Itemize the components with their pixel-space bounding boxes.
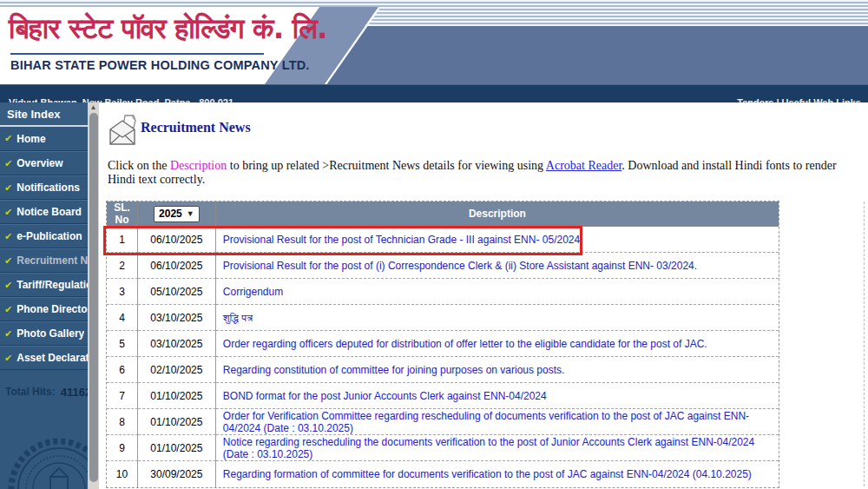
sidebar-menu: ✔Home✔Overview✔Notifications✔Notice Boar… bbox=[0, 127, 88, 370]
cell-sl-no: 6 bbox=[107, 357, 138, 383]
sidebar-item-notice-board[interactable]: ✔Notice Board bbox=[0, 200, 88, 224]
scrollbar-thumb[interactable] bbox=[89, 113, 98, 482]
page: बिहार स्टेट पॉवर होल्डिंग कं. लि. BIHAR … bbox=[0, 0, 868, 489]
checkmark-icon: ✔ bbox=[4, 256, 12, 266]
site-header: बिहार स्टेट पॉवर होल्डिंग कं. लि. BIHAR … bbox=[0, 0, 868, 84]
cell-sl-no: 7 bbox=[107, 383, 138, 409]
sidebar-item-tariff-regulation[interactable]: ✔Tariff/Regulation bbox=[0, 273, 88, 297]
cell-description: Provisional Result for the post of Techn… bbox=[216, 227, 779, 253]
total-hits-label: Total Hits: bbox=[5, 386, 56, 399]
sidebar-item-label: Home bbox=[16, 133, 45, 145]
address-bar-left-text: Vidyut Bhawan, New Bailey Road, Patna - … bbox=[9, 97, 233, 102]
sidebar-item-label: e-Publication bbox=[16, 230, 82, 242]
checkmark-icon: ✔ bbox=[4, 159, 12, 169]
cell-description: BOND format for the post Junior Accounts… bbox=[216, 383, 779, 409]
company-title-hindi: बिहार स्टेट पॉवर होल्डिंग कं. लि. bbox=[9, 11, 326, 46]
checkmark-icon: ✔ bbox=[4, 305, 12, 314]
table-row: 403/10/2025शुद्धि पत्र bbox=[107, 305, 779, 331]
checkmark-icon: ✔ bbox=[4, 183, 12, 193]
year-filter-cell: 2025 ▼ bbox=[138, 202, 216, 227]
cell-description: Provisional Result for the post of (i) C… bbox=[216, 253, 779, 279]
recruitment-news-table: SL. No 2025 ▼ Description 106/10/2025Pro… bbox=[106, 201, 779, 488]
sidebar-item-label: Notice Board bbox=[16, 206, 82, 218]
description-link[interactable]: Regarding formation of committee for doc… bbox=[223, 468, 752, 480]
year-filter-select[interactable]: 2025 ▼ bbox=[154, 206, 200, 222]
sidebar-item-label: Photo Gallery bbox=[16, 327, 84, 340]
instruction-part: to bring up related >Recruitment News de… bbox=[227, 159, 546, 172]
table-row: 1030/09/2025Regarding formation of commi… bbox=[107, 461, 779, 487]
description-link[interactable]: Corrigendum bbox=[223, 286, 283, 298]
sidebar-item-overview[interactable]: ✔Overview bbox=[0, 151, 88, 175]
cell-description: Corrigendum bbox=[216, 279, 779, 305]
checkmark-icon: ✔ bbox=[4, 329, 12, 339]
instruction-description-word: Description bbox=[170, 159, 227, 172]
chevron-down-icon: ▼ bbox=[187, 209, 194, 218]
checkmark-icon: ✔ bbox=[4, 281, 12, 290]
description-link[interactable]: Order regarding officers deputed for dis… bbox=[223, 338, 707, 350]
sidebar-item-label: Tariff/Regulation bbox=[16, 279, 88, 291]
description-link[interactable]: Provisional Result for the post of Techn… bbox=[223, 234, 583, 246]
company-title-english: BIHAR STATE POWER HOLDING COMPANY LTD. bbox=[10, 58, 310, 72]
year-filter-value: 2025 bbox=[159, 208, 182, 220]
cell-date: 01/10/2025 bbox=[138, 409, 216, 435]
column-header-description: Description bbox=[216, 202, 779, 227]
total-hits: Total Hits: 41162512 bbox=[0, 386, 88, 399]
scroll-up-icon[interactable]: ▲ bbox=[88, 102, 99, 113]
cell-description: Order regarding officers deputed for dis… bbox=[216, 331, 779, 357]
cell-description: Order for Verification Committee regardi… bbox=[216, 409, 779, 435]
table-row: 206/10/2025Provisional Result for the po… bbox=[107, 253, 779, 279]
table-row: 305/10/2025Corrigendum bbox=[107, 279, 779, 305]
page-title: Recruitment News bbox=[141, 120, 251, 135]
cell-description: Regarding formation of committee for doc… bbox=[216, 461, 779, 487]
sidebar-item-label: Notifications bbox=[16, 182, 80, 194]
description-link[interactable]: Provisional Result for the post of (i) C… bbox=[223, 260, 697, 272]
table-row: 503/10/2025Order regarding officers depu… bbox=[107, 331, 779, 357]
description-link[interactable]: Regarding constitution of committee for … bbox=[223, 364, 565, 376]
cell-date: 06/10/2025 bbox=[138, 227, 216, 253]
cell-date: 06/10/2025 bbox=[138, 253, 216, 279]
description-link[interactable]: Order for Verification Committee regardi… bbox=[223, 410, 749, 434]
cell-date: 03/10/2025 bbox=[138, 305, 216, 331]
address-bar-right-text: Tenders | Useful Web Links bbox=[737, 97, 861, 102]
instruction-part: Click on the bbox=[108, 159, 170, 172]
envelope-icon bbox=[108, 114, 137, 147]
table-row: 901/10/2025Notice regarding rescheduling… bbox=[107, 435, 779, 461]
cell-sl-no: 1 bbox=[107, 227, 138, 253]
acrobat-reader-link[interactable]: Acrobat Reader bbox=[546, 159, 621, 172]
description-link[interactable]: शुद्धि पत्र bbox=[223, 312, 253, 324]
table-row: 602/10/2025Regarding constitution of com… bbox=[107, 357, 779, 383]
sidebar: Site Index ✔Home✔Overview✔Notifications✔… bbox=[0, 102, 88, 489]
instruction-text: Click on the Description to bring up rel… bbox=[108, 159, 859, 187]
cell-sl-no: 2 bbox=[107, 253, 138, 279]
column-header-sl-no: SL. No bbox=[107, 202, 138, 227]
sidebar-item-notifications[interactable]: ✔Notifications bbox=[0, 175, 88, 200]
sidebar-item-e-publication[interactable]: ✔e-Publication bbox=[0, 224, 88, 248]
sidebar-item-recruitment-news[interactable]: ✔Recruitment News bbox=[0, 248, 88, 273]
cell-date: 05/10/2025 bbox=[138, 279, 216, 305]
description-link[interactable]: BOND format for the post Junior Accounts… bbox=[223, 390, 547, 402]
cell-date: 01/10/2025 bbox=[138, 435, 216, 461]
sidebar-item-asset-declaration[interactable]: ✔Asset Declaration bbox=[0, 346, 88, 370]
sidebar-item-home[interactable]: ✔Home bbox=[0, 127, 88, 151]
cell-sl-no: 5 bbox=[107, 331, 138, 357]
address-bar: Vidyut Bhawan, New Bailey Road, Patna - … bbox=[0, 84, 868, 102]
content-right-edge-line bbox=[864, 202, 865, 486]
sidebar-item-label: Overview bbox=[16, 157, 62, 169]
table-row: 801/10/2025Order for Verification Commit… bbox=[107, 409, 779, 435]
cell-date: 01/10/2025 bbox=[138, 383, 216, 409]
table-header-row: SL. No 2025 ▼ Description bbox=[107, 202, 779, 227]
seal-watermark-icon bbox=[5, 435, 88, 489]
checkmark-icon: ✔ bbox=[4, 354, 12, 363]
cell-sl-no: 9 bbox=[107, 435, 138, 461]
news-table-body: 106/10/2025Provisional Result for the po… bbox=[107, 227, 779, 487]
sidebar-item-label: Recruitment News bbox=[16, 254, 88, 267]
sidebar-item-photo-gallery[interactable]: ✔Photo Gallery bbox=[0, 321, 88, 346]
sidebar-item-phone-directory[interactable]: ✔Phone Directory bbox=[0, 297, 88, 321]
table-row: 701/10/2025BOND format for the post Juni… bbox=[107, 383, 779, 409]
sidebar-item-label: Asset Declaration bbox=[16, 352, 88, 364]
cell-description: Notice regarding rescheduling the docume… bbox=[216, 435, 779, 461]
cell-sl-no: 8 bbox=[107, 409, 138, 435]
sidebar-scrollbar[interactable]: ▲ bbox=[88, 102, 99, 489]
description-link[interactable]: Notice regarding rescheduling the docume… bbox=[223, 436, 754, 460]
title-underline bbox=[10, 53, 264, 55]
